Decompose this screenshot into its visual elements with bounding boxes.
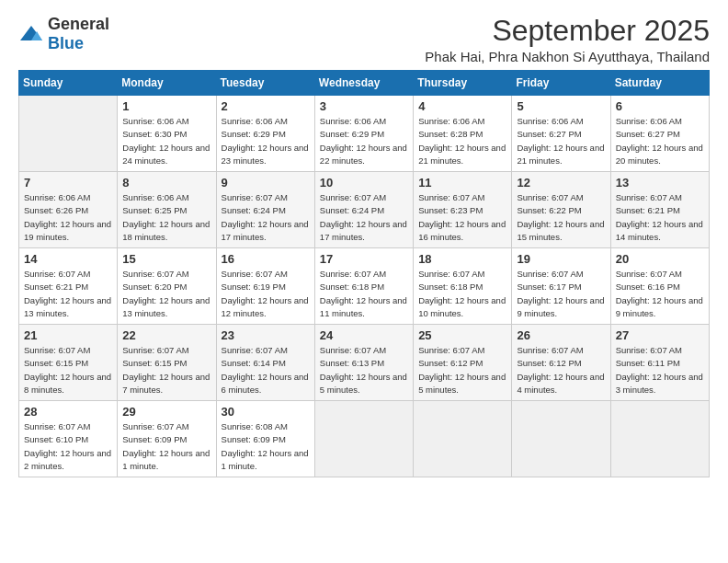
calendar-week-row: 21Sunrise: 6:07 AMSunset: 6:15 PMDayligh… <box>19 325 710 401</box>
day-number: 4 <box>418 99 506 113</box>
day-number: 25 <box>418 328 506 342</box>
day-info: Sunrise: 6:07 AMSunset: 6:09 PMDaylight:… <box>122 420 210 473</box>
day-info: Sunrise: 6:07 AMSunset: 6:23 PMDaylight:… <box>418 191 506 244</box>
day-info: Sunrise: 6:07 AMSunset: 6:21 PMDaylight:… <box>616 191 704 244</box>
calendar-day-cell: 4Sunrise: 6:06 AMSunset: 6:28 PMDaylight… <box>414 96 512 172</box>
day-number: 1 <box>122 99 210 113</box>
day-info: Sunrise: 6:07 AMSunset: 6:15 PMDaylight:… <box>24 344 112 396</box>
day-info: Sunrise: 6:07 AMSunset: 6:21 PMDaylight:… <box>24 268 112 320</box>
calendar-day-cell <box>19 96 118 172</box>
weekday-header-cell: Thursday <box>414 71 512 96</box>
calendar-day-cell: 24Sunrise: 6:07 AMSunset: 6:13 PMDayligh… <box>314 325 413 401</box>
weekday-header-cell: Sunday <box>19 71 118 96</box>
calendar-day-cell: 14Sunrise: 6:07 AMSunset: 6:21 PMDayligh… <box>19 248 118 325</box>
day-info: Sunrise: 6:07 AMSunset: 6:13 PMDaylight:… <box>320 344 408 396</box>
calendar-day-cell: 26Sunrise: 6:07 AMSunset: 6:12 PMDayligh… <box>512 325 610 401</box>
calendar-table: SundayMondayTuesdayWednesdayThursdayFrid… <box>18 70 710 477</box>
day-number: 21 <box>24 328 112 342</box>
day-number: 18 <box>418 252 506 266</box>
calendar-week-row: 1Sunrise: 6:06 AMSunset: 6:30 PMDaylight… <box>19 96 710 172</box>
day-info: Sunrise: 6:07 AMSunset: 6:14 PMDaylight:… <box>222 344 310 396</box>
weekday-header-cell: Saturday <box>610 71 709 96</box>
calendar-body: 1Sunrise: 6:06 AMSunset: 6:30 PMDaylight… <box>19 96 710 477</box>
calendar-day-cell: 7Sunrise: 6:06 AMSunset: 6:26 PMDaylight… <box>19 172 118 248</box>
day-number: 12 <box>517 176 605 190</box>
title-block: September 2025 Phak Hai, Phra Nakhon Si … <box>425 15 710 64</box>
calendar-day-cell: 12Sunrise: 6:07 AMSunset: 6:22 PMDayligh… <box>512 172 610 248</box>
calendar-day-cell: 19Sunrise: 6:07 AMSunset: 6:17 PMDayligh… <box>512 248 610 325</box>
day-number: 29 <box>122 405 210 419</box>
day-number: 3 <box>320 99 408 113</box>
day-number: 5 <box>517 99 605 113</box>
calendar-day-cell: 20Sunrise: 6:07 AMSunset: 6:16 PMDayligh… <box>610 248 709 325</box>
day-number: 2 <box>222 99 310 113</box>
weekday-header-row: SundayMondayTuesdayWednesdayThursdayFrid… <box>19 71 710 96</box>
day-number: 13 <box>616 176 704 190</box>
logo-icon <box>18 24 44 44</box>
day-number: 22 <box>122 328 210 342</box>
calendar-day-cell: 5Sunrise: 6:06 AMSunset: 6:27 PMDaylight… <box>512 96 610 172</box>
calendar-week-row: 7Sunrise: 6:06 AMSunset: 6:26 PMDaylight… <box>19 172 710 248</box>
calendar-day-cell: 11Sunrise: 6:07 AMSunset: 6:23 PMDayligh… <box>414 172 512 248</box>
day-number: 15 <box>122 252 210 266</box>
calendar-day-cell: 10Sunrise: 6:07 AMSunset: 6:24 PMDayligh… <box>314 172 413 248</box>
calendar-day-cell: 6Sunrise: 6:06 AMSunset: 6:27 PMDaylight… <box>610 96 709 172</box>
calendar-day-cell <box>512 401 610 477</box>
calendar-day-cell: 21Sunrise: 6:07 AMSunset: 6:15 PMDayligh… <box>19 325 118 401</box>
day-info: Sunrise: 6:07 AMSunset: 6:12 PMDaylight:… <box>517 344 605 396</box>
day-number: 26 <box>517 328 605 342</box>
weekday-header-cell: Friday <box>512 71 610 96</box>
day-info: Sunrise: 6:06 AMSunset: 6:27 PMDaylight:… <box>517 115 605 167</box>
day-info: Sunrise: 6:06 AMSunset: 6:26 PMDaylight:… <box>24 191 112 244</box>
day-number: 14 <box>24 252 112 266</box>
calendar-day-cell: 9Sunrise: 6:07 AMSunset: 6:24 PMDaylight… <box>216 172 314 248</box>
calendar-day-cell: 29Sunrise: 6:07 AMSunset: 6:09 PMDayligh… <box>118 401 216 477</box>
calendar-day-cell: 1Sunrise: 6:06 AMSunset: 6:30 PMDaylight… <box>118 96 216 172</box>
day-info: Sunrise: 6:07 AMSunset: 6:15 PMDaylight:… <box>122 344 210 396</box>
day-info: Sunrise: 6:07 AMSunset: 6:17 PMDaylight:… <box>517 268 605 320</box>
day-info: Sunrise: 6:07 AMSunset: 6:20 PMDaylight:… <box>122 268 210 320</box>
day-info: Sunrise: 6:06 AMSunset: 6:28 PMDaylight:… <box>418 115 506 167</box>
logo-text-general: General <box>48 15 109 33</box>
day-info: Sunrise: 6:07 AMSunset: 6:24 PMDaylight:… <box>320 191 408 244</box>
weekday-header-cell: Tuesday <box>216 71 314 96</box>
day-number: 24 <box>320 328 408 342</box>
day-info: Sunrise: 6:07 AMSunset: 6:10 PMDaylight:… <box>24 420 112 473</box>
calendar-day-cell <box>610 401 709 477</box>
day-info: Sunrise: 6:08 AMSunset: 6:09 PMDaylight:… <box>222 420 310 473</box>
month-title: September 2025 <box>425 15 710 47</box>
calendar-day-cell: 2Sunrise: 6:06 AMSunset: 6:29 PMDaylight… <box>216 96 314 172</box>
calendar-week-row: 28Sunrise: 6:07 AMSunset: 6:10 PMDayligh… <box>19 401 710 477</box>
calendar-day-cell: 27Sunrise: 6:07 AMSunset: 6:11 PMDayligh… <box>610 325 709 401</box>
day-info: Sunrise: 6:07 AMSunset: 6:18 PMDaylight:… <box>320 268 408 320</box>
day-number: 16 <box>222 252 310 266</box>
calendar-week-row: 14Sunrise: 6:07 AMSunset: 6:21 PMDayligh… <box>19 248 710 325</box>
day-info: Sunrise: 6:07 AMSunset: 6:19 PMDaylight:… <box>222 268 310 320</box>
calendar-day-cell: 3Sunrise: 6:06 AMSunset: 6:29 PMDaylight… <box>314 96 413 172</box>
calendar-day-cell: 8Sunrise: 6:06 AMSunset: 6:25 PMDaylight… <box>118 172 216 248</box>
day-number: 17 <box>320 252 408 266</box>
calendar-day-cell: 23Sunrise: 6:07 AMSunset: 6:14 PMDayligh… <box>216 325 314 401</box>
calendar-day-cell: 28Sunrise: 6:07 AMSunset: 6:10 PMDayligh… <box>19 401 118 477</box>
day-info: Sunrise: 6:06 AMSunset: 6:29 PMDaylight:… <box>222 115 310 167</box>
day-info: Sunrise: 6:07 AMSunset: 6:11 PMDaylight:… <box>616 344 704 396</box>
day-info: Sunrise: 6:07 AMSunset: 6:16 PMDaylight:… <box>616 268 704 320</box>
calendar-day-cell: 22Sunrise: 6:07 AMSunset: 6:15 PMDayligh… <box>118 325 216 401</box>
day-info: Sunrise: 6:06 AMSunset: 6:27 PMDaylight:… <box>616 115 704 167</box>
calendar-day-cell <box>314 401 413 477</box>
day-number: 11 <box>418 176 506 190</box>
calendar-day-cell: 25Sunrise: 6:07 AMSunset: 6:12 PMDayligh… <box>414 325 512 401</box>
day-number: 10 <box>320 176 408 190</box>
logo-text-blue: Blue <box>48 34 84 52</box>
day-number: 23 <box>222 328 310 342</box>
day-number: 27 <box>616 328 704 342</box>
day-info: Sunrise: 6:07 AMSunset: 6:18 PMDaylight:… <box>418 268 506 320</box>
calendar-day-cell <box>414 401 512 477</box>
day-info: Sunrise: 6:07 AMSunset: 6:24 PMDaylight:… <box>222 191 310 244</box>
calendar-day-cell: 18Sunrise: 6:07 AMSunset: 6:18 PMDayligh… <box>414 248 512 325</box>
calendar-day-cell: 30Sunrise: 6:08 AMSunset: 6:09 PMDayligh… <box>216 401 314 477</box>
day-info: Sunrise: 6:07 AMSunset: 6:12 PMDaylight:… <box>418 344 506 396</box>
day-number: 7 <box>24 176 112 190</box>
day-number: 8 <box>122 176 210 190</box>
weekday-header-cell: Wednesday <box>314 71 413 96</box>
